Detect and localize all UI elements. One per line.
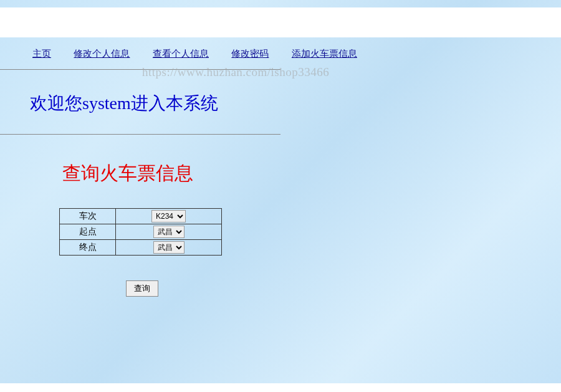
row-end: 终点 武昌	[60, 240, 222, 256]
nav-change-password[interactable]: 修改密码	[231, 48, 269, 59]
header-white-bar	[0, 7, 561, 37]
footer-white-bar	[0, 383, 561, 392]
cell-end-select: 武昌	[116, 240, 222, 256]
label-start: 起点	[60, 224, 116, 240]
cell-start-select: 武昌	[116, 224, 222, 240]
section-title: 查询火车票信息	[0, 135, 561, 208]
nav-edit-profile[interactable]: 修改个人信息	[74, 48, 130, 59]
row-start: 起点 武昌	[60, 224, 222, 240]
select-start[interactable]: 武昌	[153, 226, 185, 238]
query-button[interactable]: 查询	[126, 280, 158, 297]
cell-train-select: K234	[116, 209, 222, 224]
select-train[interactable]: K234	[151, 210, 186, 222]
query-button-wrap: 查询	[126, 280, 561, 297]
query-table: 车次 K234 起点 武昌 终点 武昌	[59, 208, 222, 256]
label-end: 终点	[60, 240, 116, 256]
row-train: 车次 K234	[60, 209, 222, 224]
nav-home[interactable]: 主页	[32, 48, 51, 59]
nav-view-profile[interactable]: 查看个人信息	[153, 48, 209, 59]
select-end[interactable]: 武昌	[153, 241, 185, 254]
nav-bar: 主页 修改个人信息 查看个人信息 修改密码 添加火车票信息	[0, 37, 561, 69]
label-train: 车次	[60, 209, 116, 224]
nav-add-ticket[interactable]: 添加火车票信息	[292, 48, 357, 59]
welcome-heading: 欢迎您system进入本系统	[0, 70, 561, 134]
